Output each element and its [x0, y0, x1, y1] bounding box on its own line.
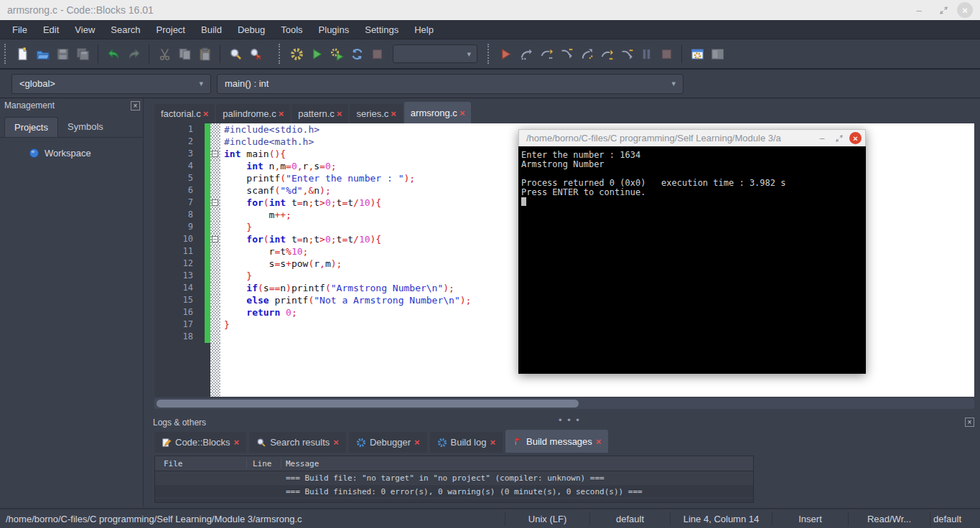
menu-project[interactable]: Project [149, 21, 193, 39]
tab-close-icon[interactable]: × [234, 437, 240, 448]
tab-close-icon[interactable]: × [333, 437, 339, 448]
column-file[interactable]: File [155, 459, 247, 468]
tab-close-icon[interactable]: × [596, 436, 602, 447]
menu-tools[interactable]: Tools [273, 21, 310, 39]
fold-margin[interactable] [210, 172, 220, 184]
menu-build[interactable]: Build [193, 21, 230, 39]
tab-close-icon[interactable]: × [203, 108, 209, 119]
new-file-button[interactable] [12, 44, 32, 64]
debug-info-button[interactable] [707, 44, 727, 64]
window-restore-button[interactable] [933, 3, 954, 17]
console-restore-button[interactable] [831, 131, 848, 146]
tab-close-icon[interactable]: × [337, 108, 342, 119]
stop-debugger-button[interactable] [656, 44, 676, 64]
tab-close-icon[interactable]: × [414, 437, 420, 448]
fold-margin[interactable]: – [210, 233, 220, 245]
break-debugger-button[interactable] [636, 44, 656, 64]
replace-button[interactable]: R [246, 44, 266, 64]
fold-collapse-icon[interactable]: – [212, 151, 218, 157]
find-button[interactable] [225, 44, 246, 64]
open-file-button[interactable] [32, 44, 52, 64]
editor-tab-pattern.c[interactable]: pattern.c× [291, 104, 348, 123]
console-close-button[interactable]: × [849, 132, 862, 144]
menu-file[interactable]: File [4, 21, 35, 39]
cut-button[interactable] [154, 44, 174, 64]
editor-horizontal-scrollbar[interactable] [154, 398, 974, 409]
column-message[interactable]: Message [281, 459, 753, 468]
fold-margin[interactable] [210, 160, 220, 172]
fold-collapse-icon[interactable]: – [212, 199, 218, 206]
table-row[interactable]: === Build finished: 0 error(s), 0 warnin… [155, 485, 753, 499]
menu-help[interactable]: Help [406, 21, 442, 39]
fold-margin[interactable] [210, 270, 220, 282]
scope-select[interactable]: <global> ▾ [11, 74, 211, 94]
build-target-select[interactable]: ▾ [393, 44, 477, 63]
fold-margin[interactable] [210, 184, 220, 197]
run-to-cursor-button[interactable] [515, 44, 536, 64]
fold-margin[interactable] [210, 294, 220, 306]
logs-close-button[interactable]: × [965, 418, 974, 427]
tab-symbols[interactable]: Symbols [58, 117, 113, 137]
rebuild-button[interactable] [347, 44, 367, 64]
menu-debug[interactable]: Debug [230, 21, 273, 39]
scrollbar-thumb[interactable] [157, 400, 579, 407]
toolbar-grip[interactable] [279, 44, 281, 64]
fold-margin[interactable] [210, 319, 220, 331]
redo-button[interactable] [123, 44, 144, 64]
fold-margin[interactable] [210, 209, 220, 221]
console-minimize-button[interactable]: – [813, 131, 831, 146]
fold-margin[interactable] [210, 331, 220, 343]
window-close-button[interactable]: × [957, 2, 973, 18]
function-select[interactable]: main() : int ▾ [217, 74, 683, 94]
undo-button[interactable] [103, 44, 123, 64]
menu-view[interactable]: View [67, 21, 103, 39]
table-row[interactable]: === Build file: "no target" in "no proje… [155, 471, 753, 485]
window-minimize-button[interactable]: – [908, 3, 930, 17]
menu-search[interactable]: Search [103, 21, 148, 39]
fold-margin[interactable] [210, 282, 220, 294]
tab-close-icon[interactable]: × [459, 108, 465, 118]
step-into-instruction-button[interactable] [616, 44, 636, 64]
step-into-button[interactable] [556, 44, 576, 64]
column-line[interactable]: Line [247, 459, 281, 468]
run-button[interactable] [307, 44, 327, 64]
save-button[interactable] [52, 44, 73, 64]
paste-button[interactable] [195, 44, 215, 64]
fold-margin[interactable] [210, 221, 220, 233]
tab-close-icon[interactable]: × [279, 108, 284, 119]
debugging-windows-button[interactable] [687, 44, 707, 64]
logs-tab-build-log[interactable]: Build log× [430, 432, 503, 453]
fold-margin[interactable]: – [210, 197, 220, 209]
fold-margin[interactable] [210, 136, 220, 148]
save-all-button[interactable] [73, 44, 93, 64]
console-titlebar[interactable]: /home/borno/C-files/C programming/Self L… [518, 129, 866, 146]
toolbar-grip[interactable] [487, 44, 490, 64]
tab-close-icon[interactable]: × [490, 437, 495, 448]
logs-tab-debugger[interactable]: Debugger× [349, 432, 427, 453]
build-button[interactable] [286, 44, 307, 64]
editor-tab-series.c[interactable]: series.c× [350, 104, 402, 123]
step-out-button[interactable] [576, 44, 596, 64]
editor-tab-armsrong.c[interactable]: armsrong.c× [404, 102, 472, 123]
tab-close-icon[interactable]: × [391, 108, 396, 119]
copy-button[interactable] [174, 44, 195, 64]
logs-tab-search-results[interactable]: Search results× [249, 432, 346, 453]
menu-plugins[interactable]: Plugins [311, 21, 358, 39]
debug-continue-button[interactable] [495, 44, 515, 64]
tab-projects[interactable]: Projects [4, 117, 58, 137]
next-instruction-button[interactable] [596, 44, 616, 64]
fold-margin[interactable] [210, 258, 220, 270]
management-close-button[interactable]: × [131, 101, 140, 110]
editor-tab-palindrome.c[interactable]: palindrome.c× [216, 104, 290, 123]
menu-settings[interactable]: Settings [357, 21, 406, 39]
workspace-tree-item[interactable]: Workspace [0, 148, 143, 159]
fold-margin[interactable] [210, 123, 220, 136]
logs-tab-code-blocks[interactable]: Code::Blocks× [154, 432, 246, 453]
editor-tab-factorial.c[interactable]: factorial.c× [154, 104, 215, 123]
abort-button[interactable] [367, 44, 387, 64]
fold-margin[interactable]: – [210, 148, 220, 160]
fold-margin[interactable] [210, 245, 220, 258]
logs-tab-build-messages[interactable]: Build messages× [505, 430, 608, 453]
next-line-button[interactable] [536, 44, 556, 64]
fold-collapse-icon[interactable]: – [212, 236, 218, 242]
